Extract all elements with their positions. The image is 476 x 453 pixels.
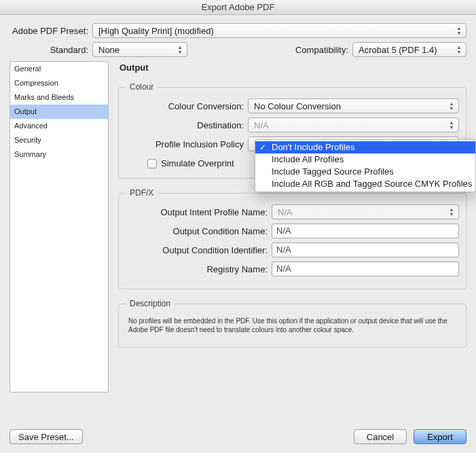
compat-select[interactable]: Acrobat 5 (PDF 1.4) ▲▼	[352, 42, 466, 57]
output-intent-select: N/A ▲▼	[272, 204, 459, 219]
simulate-overprint-label: Simulate Overprint	[161, 158, 234, 168]
output-condition-id-field[interactable]: N/A	[272, 242, 459, 257]
export-button[interactable]: Export	[414, 429, 466, 444]
sidebar-item-marks[interactable]: Marks and Bleeds	[10, 90, 108, 105]
compat-value: Acrobat 5 (PDF 1.4)	[359, 45, 437, 55]
simulate-overprint-checkbox[interactable]	[147, 159, 157, 168]
description-text: No profiles will be embedded in the PDF.…	[126, 315, 459, 336]
colour-conversion-value: No Colour Conversion	[254, 101, 341, 111]
description-group: Description No profiles will be embedded…	[118, 299, 466, 348]
destination-value: N/A	[254, 120, 269, 130]
window-title: Export Adobe PDF	[202, 2, 275, 12]
category-sidebar: General Compression Marks and Bleeds Out…	[10, 61, 109, 393]
colour-legend: Colour	[126, 82, 158, 92]
popup-item-dont-include[interactable]: ✓ Don't Include Profiles	[255, 141, 475, 153]
preset-select[interactable]: [High Quality Print] (modified) ▲▼	[92, 23, 466, 38]
colour-conversion-select[interactable]: No Colour Conversion ▲▼	[248, 98, 459, 113]
profile-policy-label: Profile Inclusion Policy	[126, 139, 248, 149]
stepper-arrows-icon: ▲▼	[454, 25, 464, 36]
sidebar-item-general[interactable]: General	[10, 62, 108, 76]
colour-conversion-label: Colour Conversion:	[126, 101, 248, 111]
preset-label: Adobe PDF Preset:	[10, 26, 92, 36]
destination-select: N/A ▲▼	[248, 117, 459, 132]
window-titlebar: Export Adobe PDF	[0, 0, 476, 15]
save-preset-button[interactable]: Save Preset...	[10, 429, 83, 444]
profile-policy-popup: ✓ Don't Include Profiles Include All Pro…	[255, 139, 476, 192]
popup-item-include-rgb-cmyk[interactable]: Include All RGB and Tagged Source CMYK P…	[255, 178, 475, 190]
sidebar-item-advanced[interactable]: Advanced	[10, 119, 108, 133]
stepper-arrows-icon: ▲▼	[175, 44, 185, 55]
sidebar-item-output[interactable]: Output	[10, 105, 108, 119]
registry-name-label: Registry Name:	[126, 264, 272, 274]
output-condition-name-field[interactable]: N/A	[272, 223, 459, 238]
popup-item-include-tagged[interactable]: Include Tagged Source Profiles	[255, 166, 475, 178]
standard-value: None	[98, 45, 120, 55]
stepper-arrows-icon: ▲▼	[447, 101, 456, 111]
popup-item-include-all[interactable]: Include All Profiles	[255, 153, 475, 166]
sidebar-item-security[interactable]: Security	[10, 133, 108, 147]
pdfx-group: PDF/X Output Intent Profile Name: N/A ▲▼…	[118, 188, 466, 289]
standard-select[interactable]: None ▲▼	[92, 42, 187, 57]
stepper-arrows-icon: ▲▼	[454, 44, 464, 55]
sidebar-item-compression[interactable]: Compression	[10, 76, 108, 90]
compat-label: Compatibility:	[295, 45, 352, 55]
output-intent-value: N/A	[278, 207, 293, 217]
destination-label: Destination:	[126, 120, 248, 130]
panel-title: Output	[120, 62, 466, 73]
pdfx-legend: PDF/X	[126, 188, 158, 198]
check-icon: ✓	[259, 143, 266, 152]
cancel-button[interactable]: Cancel	[354, 429, 407, 444]
preset-value: [High Quality Print] (modified)	[98, 26, 214, 36]
standard-label: Standard:	[10, 45, 92, 55]
sidebar-item-summary[interactable]: Summary	[10, 147, 108, 162]
description-legend: Description	[126, 299, 175, 308]
output-condition-name-label: Output Condition Name:	[126, 226, 272, 236]
output-condition-id-label: Output Condition Identifier:	[126, 245, 272, 255]
output-intent-label: Output Intent Profile Name:	[126, 207, 272, 217]
stepper-arrows-icon: ▲▼	[447, 120, 456, 130]
stepper-arrows-icon: ▲▼	[447, 206, 456, 217]
registry-name-field[interactable]: N/A	[272, 261, 459, 276]
